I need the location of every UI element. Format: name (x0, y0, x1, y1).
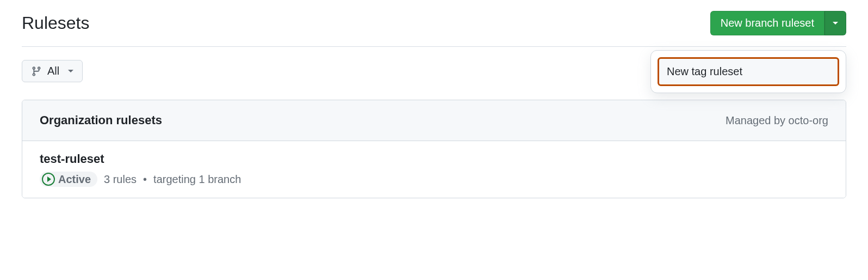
filter-label: All (47, 65, 59, 77)
status-badge: Active (40, 172, 97, 187)
caret-down-icon (833, 22, 838, 25)
panel-header-managed-by: Managed by octo-org (726, 114, 828, 127)
ruleset-name: test-ruleset (40, 152, 828, 166)
status-label: Active (58, 173, 91, 186)
new-tag-ruleset-menu-item[interactable]: New tag ruleset (658, 57, 839, 86)
new-ruleset-dropdown-menu: New tag ruleset (650, 50, 846, 93)
targeting-text: targeting 1 branch (153, 173, 241, 186)
ruleset-list-item[interactable]: test-ruleset Active 3 rules • targeting … (22, 141, 846, 198)
page-title: Rulesets (22, 13, 90, 33)
rules-count: 3 rules (104, 173, 137, 186)
caret-down-icon (68, 70, 73, 72)
panel-header: Organization rulesets Managed by octo-or… (22, 100, 846, 141)
separator-dot: • (143, 173, 147, 186)
rulesets-panel: Organization rulesets Managed by octo-or… (22, 100, 846, 198)
play-circle-icon (42, 173, 55, 186)
filter-all-button[interactable]: All (22, 60, 83, 82)
new-ruleset-button-group: New branch ruleset New tag ruleset (710, 11, 846, 35)
git-branch-icon (31, 66, 42, 77)
ruleset-meta: Active 3 rules • targeting 1 branch (40, 172, 828, 187)
panel-header-title: Organization rulesets (40, 113, 162, 127)
new-branch-ruleset-button[interactable]: New branch ruleset (710, 11, 824, 35)
new-ruleset-dropdown-toggle[interactable] (824, 11, 846, 35)
